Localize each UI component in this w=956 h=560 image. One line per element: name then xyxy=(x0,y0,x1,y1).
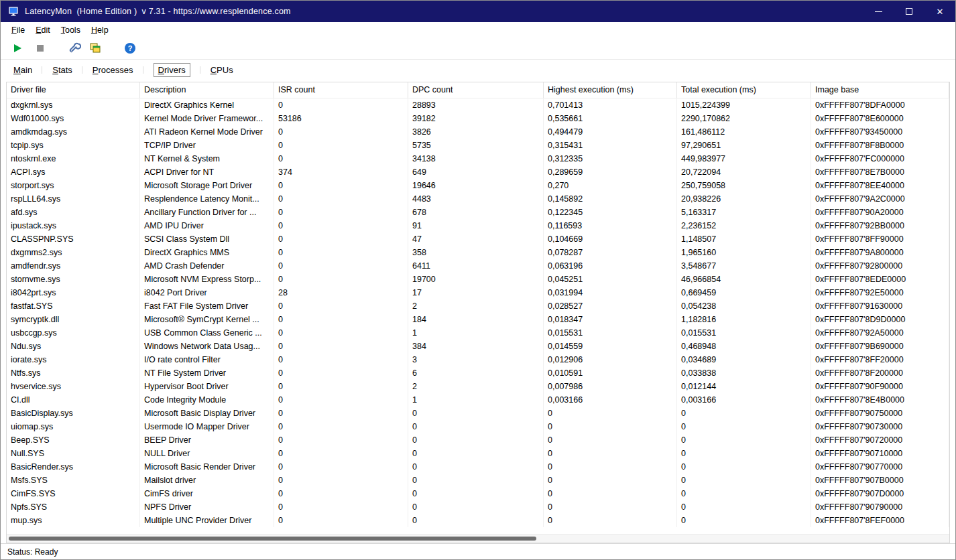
column-header[interactable]: Highest execution (ms) xyxy=(544,82,677,98)
table-cell: fastfat.SYS xyxy=(7,299,140,313)
table-cell: 0xFFFFF807'8F8B0000 xyxy=(811,139,949,152)
table-row[interactable]: ipustack.sysAMD IPU Driver0910,1165932,2… xyxy=(7,219,949,232)
table-row[interactable]: usbccgp.sysUSB Common Class Generic ...0… xyxy=(7,326,949,340)
table-row[interactable]: Ndu.sysWindows Network Data Usag...03840… xyxy=(7,340,949,353)
table-cell: DirectX Graphics MMS xyxy=(140,246,274,259)
table-cell: 0 xyxy=(544,460,677,474)
table-header: Driver fileDescriptionISR countDPC count… xyxy=(7,82,949,98)
table-cell: 0,010591 xyxy=(544,366,677,380)
table-row[interactable]: Msfs.SYSMailslot driver00000xFFFFF807'90… xyxy=(7,474,949,487)
table-cell: 0 xyxy=(408,407,544,420)
menu-edit[interactable]: Edit xyxy=(30,24,56,36)
table-row[interactable]: symcryptk.dllMicrosoft® SymCrypt Kernel … xyxy=(7,313,949,326)
tab-stats[interactable]: Stats xyxy=(42,62,82,78)
table-cell: 0 xyxy=(408,460,544,474)
help-button[interactable]: ? xyxy=(121,40,139,57)
table-cell: Microsoft® SymCrypt Kernel ... xyxy=(140,313,274,326)
column-header[interactable]: DPC count xyxy=(408,82,544,98)
table-cell: 0xFFFFF807'8E4B0000 xyxy=(811,393,949,407)
table-cell: SCSI Class System Dll xyxy=(140,232,274,246)
table-cell: 0xFFFFF807'8E600000 xyxy=(811,112,949,125)
table-cell: 0 xyxy=(274,273,408,286)
table-row[interactable]: ntoskrnl.exeNT Kernel & System0341380,31… xyxy=(7,152,949,165)
table-cell: 0,122345 xyxy=(544,206,677,219)
tabbar: Main Stats Processes Drivers CPUs xyxy=(1,60,955,80)
table-row[interactable]: afd.sysAncillary Function Driver for ...… xyxy=(7,206,949,219)
table-cell: 20,938226 xyxy=(677,192,811,206)
table-row[interactable]: CimFS.SYSCimFS driver00000xFFFFF807'907D… xyxy=(7,487,949,500)
table-row[interactable]: rspLLL64.sysResplendence Latency Monit..… xyxy=(7,192,949,206)
column-header[interactable]: Description xyxy=(140,82,274,98)
table-row[interactable]: dxgmms2.sysDirectX Graphics MMS03580,078… xyxy=(7,246,949,259)
menu-tools[interactable]: Tools xyxy=(56,24,86,36)
table-cell: mup.sys xyxy=(7,514,140,527)
copy-report-button[interactable] xyxy=(86,40,104,57)
table-row[interactable]: CI.dllCode Integrity Module010,0031660,0… xyxy=(7,393,949,407)
table-row[interactable]: uiomap.sysUsermode IO Mapper Driver00000… xyxy=(7,420,949,433)
table-cell: 0 xyxy=(677,433,811,447)
table-cell: CimFS.SYS xyxy=(7,487,140,500)
table-row[interactable]: CLASSPNP.SYSSCSI Class System Dll0470,10… xyxy=(7,232,949,246)
table-cell: 0 xyxy=(274,500,408,514)
table-row[interactable]: hvservice.sysHypervisor Boot Driver020,0… xyxy=(7,380,949,393)
table-cell: 0,007986 xyxy=(544,380,677,393)
table-row[interactable]: stornvme.sysMicrosoft NVM Express Storp.… xyxy=(7,273,949,286)
menu-help[interactable]: Help xyxy=(86,24,114,36)
table-row[interactable]: amdkmdag.sysATI Radeon Kernel Mode Drive… xyxy=(7,125,949,139)
table-cell: hvservice.sys xyxy=(7,380,140,393)
tab-main[interactable]: Main xyxy=(3,62,42,78)
table-row[interactable]: ACPI.sysACPI Driver for NT3746490,289659… xyxy=(7,165,949,179)
table-row[interactable]: tcpip.sysTCP/IP Driver057350,31543197,29… xyxy=(7,139,949,152)
column-header[interactable]: Image base xyxy=(811,82,949,98)
table-row[interactable]: Beep.SYSBEEP Driver00000xFFFFF807'907200… xyxy=(7,433,949,447)
table-cell: 0,145892 xyxy=(544,192,677,206)
table-row[interactable]: iorate.sysI/O rate control Filter030,012… xyxy=(7,353,949,366)
table-row[interactable]: Null.SYSNULL Driver00000xFFFFF807'907100… xyxy=(7,447,949,460)
tab-drivers[interactable]: Drivers xyxy=(143,62,200,78)
table-row[interactable]: mup.sysMultiple UNC Provider Driver00000… xyxy=(7,514,949,527)
table-cell: iorate.sys xyxy=(7,353,140,366)
table-row[interactable]: fastfat.SYSFast FAT File System Driver02… xyxy=(7,299,949,313)
minimize-button[interactable] xyxy=(863,1,894,22)
table-cell: 0,289659 xyxy=(544,165,677,179)
column-header[interactable]: Total execution (ms) xyxy=(677,82,811,98)
help-icon: ? xyxy=(124,42,136,54)
column-header[interactable]: ISR count xyxy=(274,82,408,98)
table-cell: usbccgp.sys xyxy=(7,326,140,340)
table-cell: 0 xyxy=(544,420,677,433)
tools-options-button[interactable] xyxy=(66,40,84,57)
table-cell: 0,003166 xyxy=(677,393,811,407)
table-cell: symcryptk.dll xyxy=(7,313,140,326)
table-cell: 649 xyxy=(408,165,544,179)
stop-monitor-button[interactable] xyxy=(32,40,49,57)
table-row[interactable]: storport.sysMicrosoft Storage Port Drive… xyxy=(7,179,949,192)
table-row[interactable]: Ntfs.sysNT File System Driver060,0105910… xyxy=(7,366,949,380)
table-cell: 0 xyxy=(677,514,811,527)
table-row[interactable]: Npfs.SYSNPFS Driver00000xFFFFF807'907900… xyxy=(7,500,949,514)
table-cell: 0xFFFFF807'8FF20000 xyxy=(811,353,949,366)
table-row[interactable]: BasicRender.sysMicrosoft Basic Render Dr… xyxy=(7,460,949,474)
close-button[interactable]: ✕ xyxy=(924,1,955,22)
tab-processes[interactable]: Processes xyxy=(82,62,143,78)
column-header[interactable]: Driver file xyxy=(7,82,140,98)
horizontal-scrollbar[interactable] xyxy=(7,534,949,543)
table-row[interactable]: BasicDisplay.sysMicrosoft Basic Display … xyxy=(7,407,949,420)
scrollbar-thumb[interactable] xyxy=(9,537,536,541)
table-cell: 53186 xyxy=(274,112,408,125)
table-row[interactable]: dxgkrnl.sysDirectX Graphics Kernel028893… xyxy=(7,98,949,112)
table-cell: Kernel Mode Driver Framewor... xyxy=(140,112,274,125)
table-row[interactable]: Wdf01000.sysKernel Mode Driver Framewor.… xyxy=(7,112,949,125)
table-cell: 0 xyxy=(677,447,811,460)
toolbar: ? xyxy=(1,38,955,60)
table-row[interactable]: i8042prt.sysi8042 Port Driver28170,03199… xyxy=(7,286,949,299)
table-cell: 0 xyxy=(274,98,408,112)
titlebar[interactable]: LatencyMon (Home Edition ) v 7.31 - http… xyxy=(1,1,955,22)
menu-file[interactable]: File xyxy=(6,24,30,36)
start-monitor-button[interactable] xyxy=(9,40,26,57)
table-cell: 0xFFFFF807'91630000 xyxy=(811,299,949,313)
table-cell: USB Common Class Generic ... xyxy=(140,326,274,340)
table-row[interactable]: amdfendr.sysAMD Crash Defender064110,063… xyxy=(7,259,949,273)
maximize-button[interactable] xyxy=(894,1,924,22)
table-cell: 0 xyxy=(677,420,811,433)
tab-cpus[interactable]: CPUs xyxy=(200,62,243,78)
